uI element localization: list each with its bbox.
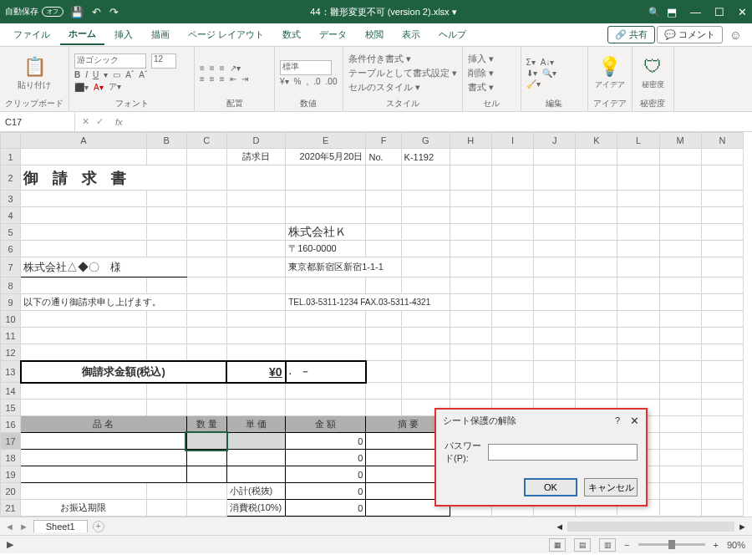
underline-button[interactable]: U (93, 70, 99, 79)
indent-inc-button[interactable]: ⇥ (241, 74, 248, 84)
password-label: パスワード(P): (445, 440, 483, 465)
hscroll-right-icon[interactable]: ► (738, 522, 747, 532)
phonetic-button[interactable]: ア▾ (109, 81, 121, 93)
pagelayout-view-button[interactable]: ▤ (574, 538, 591, 552)
zoom-level[interactable]: 90% (727, 540, 745, 550)
cell-styles-button[interactable]: セルのスタイル ▾ (348, 81, 457, 94)
autosave-state: オフ (42, 7, 64, 17)
feedback-icon[interactable]: ☺ (729, 28, 742, 42)
maximize-icon[interactable]: ☐ (714, 6, 724, 18)
add-sheet-button[interactable]: + (93, 521, 104, 532)
font-size-combo[interactable]: 12 (151, 53, 176, 69)
ideas-icon[interactable]: 💡 (593, 56, 627, 78)
ribbon-align: ≡≡≡ ↗▾ ≡≡≡ ⇤⇥ 配置 (195, 47, 275, 111)
italic-button[interactable]: I (85, 70, 88, 79)
menu-bar: ファイル ホーム 挿入 描画 ページ レイアウト 数式 データ 校閲 表示 ヘル… (0, 23, 752, 47)
autosave-toggle[interactable]: 自動保存 オフ (5, 6, 64, 18)
paste-label: 貼り付け (5, 79, 64, 91)
inc-decimal-button[interactable]: .0 (313, 77, 320, 86)
sort-filter-button[interactable]: A↓▾ (541, 58, 555, 67)
font-shrink-button[interactable]: Aˇ (139, 70, 147, 79)
sensitivity-label: 秘密度 (638, 79, 668, 90)
align-left-button[interactable]: ≡ (200, 74, 205, 84)
fill-color-button[interactable]: ⬛▾ (74, 83, 89, 92)
paste-icon[interactable]: 📋 (5, 56, 64, 78)
number-group-label: 数値 (280, 98, 338, 111)
hscroll-bar[interactable] (567, 522, 734, 532)
tab-file[interactable]: ファイル (5, 25, 58, 44)
orientation-button[interactable]: ↗▾ (230, 64, 241, 73)
hscroll-left-icon[interactable]: ◄ (555, 522, 564, 532)
column-headers[interactable]: ABCDEFGHIJKLMN (1, 133, 744, 149)
zoom-in-button[interactable]: + (714, 540, 719, 550)
cancel-formula-icon[interactable]: ✕ (82, 116, 89, 127)
format-cells-button[interactable]: 書式 ▾ (468, 81, 516, 94)
ribbon-font: 游ゴシック12 BIU▾ ▭ AˆAˇ ⬛▾ A▾ ア▾ フォント (69, 47, 195, 111)
clear-button[interactable]: 🧹▾ (526, 79, 541, 89)
font-family-combo[interactable]: 游ゴシック (74, 53, 146, 69)
sheet-nav-prev-icon[interactable]: ◄ (5, 522, 14, 532)
insert-cells-button[interactable]: 挿入 ▾ (468, 53, 516, 65)
worksheet-grid[interactable]: ABCDEFGHIJKLMN 1請求日2020年5月20日No.K-1192 2… (0, 132, 752, 517)
align-top-button[interactable]: ≡ (200, 64, 205, 73)
sensitivity-group-label: 秘密度 (638, 98, 668, 111)
search-icon[interactable]: 🔍 (648, 7, 660, 18)
selected-cell[interactable] (186, 433, 226, 450)
dec-decimal-button[interactable]: .00 (326, 77, 338, 86)
bold-button[interactable]: B (74, 70, 80, 79)
ribbon-options-icon[interactable]: ⬒ (667, 6, 677, 18)
indent-dec-button[interactable]: ⇤ (230, 74, 236, 84)
sheet-tab[interactable]: Sheet1 (33, 520, 88, 532)
dialog-close-icon[interactable]: ✕ (630, 415, 639, 427)
align-center-button[interactable]: ≡ (210, 74, 215, 84)
fill-button[interactable]: ⬇▾ (526, 69, 537, 78)
zoom-out-button[interactable]: − (624, 540, 629, 550)
zoom-slider[interactable] (638, 543, 705, 546)
number-format-combo[interactable]: 標準 (280, 60, 332, 75)
comma-button[interactable]: , (306, 77, 308, 86)
pagebreak-view-button[interactable]: ▥ (599, 538, 616, 552)
conditional-format-button[interactable]: 条件付き書式 ▾ (348, 53, 457, 65)
tab-insert[interactable]: 挿入 (106, 25, 141, 44)
tab-draw[interactable]: 描画 (143, 25, 178, 44)
tab-pagelayout[interactable]: ページ レイアウト (180, 25, 272, 44)
format-table-button[interactable]: テーブルとして書式設定 ▾ (348, 67, 457, 79)
tab-help[interactable]: ヘルプ (430, 25, 475, 44)
undo-icon[interactable]: ↶ (92, 6, 101, 18)
tab-formulas[interactable]: 数式 (274, 25, 309, 44)
redo-icon[interactable]: ↷ (109, 6, 119, 18)
currency-button[interactable]: ¥▾ (280, 77, 289, 86)
tab-data[interactable]: データ (311, 25, 355, 44)
name-box[interactable]: C17 (0, 112, 75, 131)
minimize-icon[interactable]: — (690, 6, 701, 18)
tab-review[interactable]: 校閲 (357, 25, 392, 44)
comment-button[interactable]: 💬 コメント (657, 26, 723, 43)
fx-icon[interactable]: fx (110, 117, 128, 127)
align-bot-button[interactable]: ≡ (220, 64, 225, 73)
close-icon[interactable]: ✕ (738, 6, 747, 18)
autosum-button[interactable]: Σ▾ (526, 58, 536, 67)
align-mid-button[interactable]: ≡ (210, 64, 215, 73)
tab-home[interactable]: ホーム (60, 24, 104, 45)
percent-button[interactable]: % (294, 77, 302, 86)
share-button[interactable]: 🔗 共有 (607, 26, 655, 43)
border-button[interactable]: ▭ (113, 70, 120, 79)
tab-view[interactable]: 表示 (394, 25, 429, 44)
cancel-button[interactable]: キャンセル (584, 478, 638, 496)
font-grow-button[interactable]: Aˆ (125, 70, 134, 79)
dialog-help-icon[interactable]: ? (615, 415, 620, 425)
align-right-button[interactable]: ≡ (220, 74, 225, 84)
font-color-button[interactable]: A▾ (94, 83, 104, 92)
ribbon-number: 標準 ¥▾ % , .0.00 数値 (275, 47, 343, 111)
delete-cells-button[interactable]: 削除 ▾ (468, 67, 516, 79)
enter-formula-icon[interactable]: ✓ (96, 116, 104, 127)
ribbon-editing: Σ▾ A↓▾ ⬇▾ 🔍▾ 🧹▾ 編集 (521, 47, 588, 111)
record-macro-icon[interactable]: ▶ (7, 539, 13, 550)
sensitivity-icon[interactable]: 🛡 (638, 56, 668, 78)
normal-view-button[interactable]: ▦ (549, 538, 566, 552)
ok-button[interactable]: OK (524, 478, 577, 496)
find-button[interactable]: 🔍▾ (542, 69, 556, 78)
sheet-nav-next-icon[interactable]: ► (19, 522, 28, 532)
password-input[interactable] (488, 444, 638, 461)
save-icon[interactable]: 💾 (70, 6, 84, 18)
